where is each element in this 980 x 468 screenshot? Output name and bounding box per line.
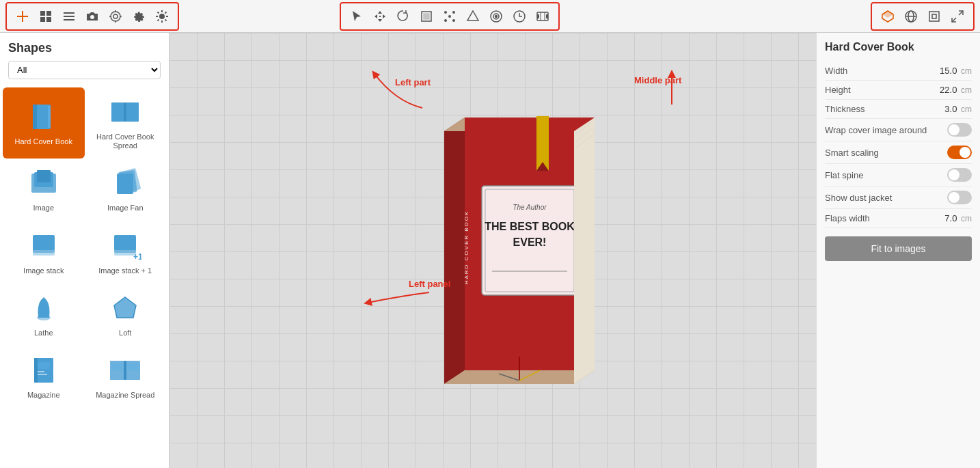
image-stack-icon <box>27 230 60 262</box>
svg-rect-39 <box>546 14 548 18</box>
film-tool[interactable] <box>532 6 553 27</box>
svg-rect-54 <box>124 102 126 122</box>
shape-loft[interactable]: Loft <box>85 284 167 346</box>
svg-text:EVER!: EVER! <box>513 236 546 248</box>
shapes-filter[interactable]: All 3D Books Shapes <box>0 61 169 85</box>
thickness-label: Thickness <box>825 104 865 114</box>
target2-tool[interactable] <box>486 6 506 27</box>
book-3d-svg: The Author THE BEST BOOK EVER! HARD COVE… <box>403 97 608 384</box>
svg-rect-60 <box>117 174 133 194</box>
target-button[interactable] <box>105 6 126 27</box>
svg-line-23 <box>165 12 167 13</box>
svg-point-30 <box>452 19 455 22</box>
svg-rect-66 <box>114 235 136 250</box>
viewport[interactable]: The Author THE BEST BOOK EVER! HARD COVE… <box>169 33 816 468</box>
shape-hard-cover-book[interactable]: Hard Cover Book <box>3 87 85 159</box>
globe-view-button[interactable] <box>901 6 921 27</box>
camera-button[interactable] <box>82 6 103 27</box>
shape-image-stack-plus1[interactable]: +1 Image stack + 1 <box>85 221 167 284</box>
svg-rect-53 <box>126 102 139 122</box>
svg-marker-94 <box>574 118 595 384</box>
svg-rect-57 <box>37 170 51 182</box>
prop-smart-scaling: Smart scaling <box>825 141 972 164</box>
grid-button[interactable] <box>36 6 56 27</box>
toolbar-middle-group <box>340 2 560 31</box>
box-view-button[interactable] <box>877 6 898 27</box>
width-value: 15.0 <box>940 66 957 76</box>
shape-lathe[interactable]: Lathe <box>3 284 85 346</box>
svg-point-9 <box>90 15 94 19</box>
prop-height: Height 22.0 cm <box>825 81 972 100</box>
loft-label: Loft <box>119 329 131 338</box>
shape-image-stack[interactable]: Image stack <box>3 221 85 284</box>
svg-text:The Author: The Author <box>513 204 547 211</box>
frame-view-button[interactable] <box>924 6 944 27</box>
shape-image-fan[interactable]: Image Fan <box>85 159 167 221</box>
scale-tool[interactable] <box>416 6 437 27</box>
svg-point-11 <box>113 14 118 18</box>
filter-select[interactable]: All 3D Books Shapes <box>8 61 161 79</box>
nodes-tool[interactable] <box>439 6 460 27</box>
svg-rect-76 <box>124 361 126 380</box>
move-tool[interactable] <box>370 6 390 27</box>
svg-rect-63 <box>33 235 55 250</box>
thickness-unit: cm <box>961 105 972 114</box>
expand-view-button[interactable] <box>947 6 968 27</box>
time-tool[interactable] <box>509 6 530 27</box>
shape-magazine-spread[interactable]: Magazine Spread <box>85 346 167 408</box>
wrap-cover-toggle[interactable] <box>947 123 972 137</box>
dust-jacket-toggle[interactable] <box>947 191 972 204</box>
prop-flaps-width: Flaps width 7.0 cm <box>825 209 972 228</box>
magazine-spread-label: Magazine Spread <box>96 391 154 400</box>
svg-text:+1: +1 <box>133 252 141 262</box>
smart-scaling-knob <box>959 147 970 158</box>
select-tool[interactable] <box>346 6 367 27</box>
svg-rect-50 <box>33 105 37 129</box>
svg-rect-72 <box>38 371 44 372</box>
light-button[interactable] <box>152 6 172 27</box>
svg-point-35 <box>495 15 498 17</box>
flat-spine-toggle[interactable] <box>947 168 972 182</box>
prop-width: Width 15.0 cm <box>825 61 972 81</box>
height-value: 22.0 <box>940 85 957 95</box>
shape-hard-cover-book-spread[interactable]: Hard Cover Book Spread <box>85 87 167 159</box>
shape-image[interactable]: Image <box>3 159 85 221</box>
svg-marker-80 <box>444 118 465 384</box>
magazine-spread-icon <box>109 354 141 387</box>
svg-line-22 <box>165 19 167 20</box>
right-panel: Hard Cover Book Width 15.0 cm Height 22.… <box>816 33 980 468</box>
svg-marker-32 <box>467 11 478 20</box>
loft-icon <box>109 292 141 325</box>
shape-magazine[interactable]: Magazine <box>3 346 85 408</box>
svg-rect-71 <box>38 362 50 369</box>
shapes-title: Shapes <box>0 33 169 61</box>
image-fan-icon <box>109 167 141 199</box>
prop-thickness: Thickness 3.0 cm <box>825 100 972 119</box>
svg-rect-1 <box>17 16 28 17</box>
svg-rect-38 <box>537 14 539 18</box>
hard-cover-book-spread-icon <box>109 96 141 128</box>
wrap-cover-label: Wrap cover image around <box>825 125 927 135</box>
width-label: Width <box>825 66 847 76</box>
flaps-width-value-container: 7.0 cm <box>944 213 972 223</box>
svg-rect-8 <box>64 19 74 20</box>
fit-to-images-button[interactable]: Fit to images <box>825 236 972 261</box>
dust-jacket-knob <box>949 192 959 203</box>
svg-line-24 <box>158 19 159 20</box>
image-icon <box>27 167 60 199</box>
magazine-icon <box>27 354 60 387</box>
svg-point-31 <box>448 15 451 18</box>
bend-tool[interactable] <box>463 6 483 27</box>
wrap-cover-knob <box>949 124 959 135</box>
svg-rect-7 <box>64 16 74 17</box>
add-button[interactable] <box>12 6 33 27</box>
svg-text:THE BEST BOOK: THE BEST BOOK <box>485 221 575 232</box>
svg-rect-5 <box>46 17 51 22</box>
prop-wrap-cover: Wrap cover image around <box>825 119 972 141</box>
menu-button[interactable] <box>59 6 79 27</box>
smart-scaling-label: Smart scaling <box>825 148 879 158</box>
rotate-tool[interactable] <box>393 6 413 27</box>
settings-button[interactable] <box>128 6 149 27</box>
smart-scaling-toggle[interactable] <box>947 146 972 159</box>
flaps-width-label: Flaps width <box>825 213 870 223</box>
